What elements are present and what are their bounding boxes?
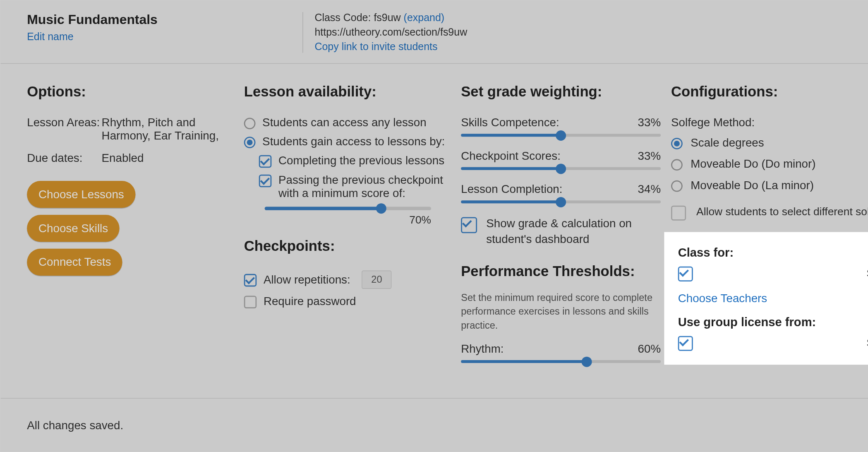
checkbox-icon <box>259 175 272 188</box>
progressive-sub: Completing the previous lessons Passing … <box>259 154 451 200</box>
class-code-value: fs9uw <box>374 12 400 24</box>
page: Music Fundamentals Edit name Class Code:… <box>0 0 868 452</box>
weight-checkpoint-pct: 33% <box>638 149 661 163</box>
reps-input[interactable] <box>362 271 391 289</box>
require-password-label: Require password <box>264 295 451 308</box>
weight-lesson-slider[interactable] <box>461 200 661 203</box>
perf-rhythm-pct: 60% <box>638 343 661 356</box>
radio-icon <box>244 118 256 129</box>
radio-any-lesson-label: Students can access any lesson <box>262 116 426 129</box>
allow-solfege-select-label: Allow students to select different solfe… <box>696 204 868 219</box>
checkbox-icon <box>671 206 686 221</box>
connect-tests-button[interactable]: Connect Tests <box>27 249 122 276</box>
options-column: Options: Lesson Areas: Rhythm, Pitch and… <box>27 83 234 376</box>
show-grade-row[interactable]: Show grade & calculation on student's da… <box>461 216 661 247</box>
copy-link[interactable]: Copy link to invite students <box>314 41 868 53</box>
class-for-row[interactable]: Schenker State University (me) <box>678 265 868 281</box>
radio-any-lesson[interactable]: Students can access any lesson <box>244 116 451 129</box>
check-completing-label: Completing the previous lessons <box>278 154 451 167</box>
min-score-value: 70% <box>244 214 431 226</box>
weight-checkpoint-label: Checkpoint Scores: <box>461 149 561 163</box>
license-from-row[interactable]: Schenker State University (me) <box>678 335 868 351</box>
allow-reps-label: Allow repetitions: <box>264 273 350 286</box>
footer: All changes saved. Duplicate <box>0 398 868 452</box>
radio-progressive-label: Students gain access to lessons by: <box>262 135 445 148</box>
radio-progressive[interactable]: Students gain access to lessons by: <box>244 135 451 148</box>
lesson-areas-row: Lesson Areas: Rhythm, Pitch and Harmony,… <box>27 116 234 142</box>
weight-checkpoint: Checkpoint Scores: 33% <box>461 149 661 170</box>
checkpoints-heading: Checkpoints: <box>244 238 451 254</box>
radio-icon <box>244 137 256 148</box>
solfege-opt-2-label: Moveable Do (La minor) <box>691 179 814 192</box>
config-heading: Configurations: <box>671 83 868 100</box>
checkbox-icon <box>259 155 272 168</box>
radio-icon <box>671 138 683 149</box>
perf-rhythm: Rhythm: 60% <box>461 343 661 363</box>
check-passing[interactable]: Passing the previous checkpoint with a m… <box>259 173 451 200</box>
header: Music Fundamentals Edit name Class Code:… <box>0 0 868 64</box>
solfege-opt-0-label: Scale degrees <box>691 136 764 149</box>
edit-name-link[interactable]: Edit name <box>27 31 302 43</box>
solfege-opt-0[interactable]: Scale degrees <box>671 136 868 149</box>
solfege-opt-1[interactable]: Moveable Do (Do minor) <box>671 157 868 171</box>
allow-solfege-select[interactable]: Allow students to select different solfe… <box>671 204 868 221</box>
header-center: Class Code: fs9uw (expand) https://utheo… <box>302 12 868 53</box>
class-url: https://utheory.com/section/fs9uw <box>314 26 868 38</box>
weight-skills-slider[interactable] <box>461 134 661 137</box>
weight-lesson: Lesson Completion: 34% <box>461 183 661 203</box>
checkbox-icon <box>678 267 693 281</box>
weight-skills: Skills Competence: 33% <box>461 116 661 137</box>
solfege-opt-1-label: Moveable Do (Do minor) <box>691 157 815 171</box>
expand-link[interactable]: (expand) <box>404 12 445 24</box>
radio-icon <box>671 180 683 192</box>
availability-heading: Lesson availability: <box>244 83 451 100</box>
class-for-value: Schenker State University (me) <box>701 267 868 280</box>
choose-skills-button[interactable]: Choose Skills <box>27 215 120 242</box>
class-title: Music Fundamentals <box>27 12 302 27</box>
solfege-method-label: Solfege Method: <box>671 116 868 129</box>
class-code: Class Code: fs9uw (expand) <box>314 12 868 24</box>
min-score-slider[interactable] <box>265 207 431 210</box>
saved-message: All changes saved. <box>27 418 123 432</box>
perf-rhythm-label: Rhythm: <box>461 343 504 356</box>
checkbox-icon <box>244 296 257 309</box>
grading-heading: Set grade weighting: <box>461 83 661 100</box>
availability-column: Lesson availability: Students can access… <box>244 83 451 376</box>
options-heading: Options: <box>27 83 234 100</box>
class-license-panel: Class for: Schenker State University (me… <box>664 232 868 365</box>
checkbox-icon <box>244 274 257 287</box>
perf-rhythm-slider[interactable] <box>461 361 661 363</box>
show-grade-label: Show grade & calculation on student's da… <box>486 216 661 247</box>
checkbox-icon <box>678 336 693 351</box>
class-code-label: Class Code: <box>314 12 371 24</box>
check-passing-label: Passing the previous checkpoint with a m… <box>278 173 451 200</box>
weight-skills-pct: 33% <box>638 116 661 129</box>
body: Options: Lesson Areas: Rhythm, Pitch and… <box>0 64 868 376</box>
header-left: Music Fundamentals Edit name <box>27 12 302 53</box>
options-buttons: Choose Lessons Choose Skills Connect Tes… <box>27 181 234 283</box>
grading-column: Set grade weighting: Skills Competence: … <box>461 83 661 376</box>
choose-lessons-button[interactable]: Choose Lessons <box>27 181 135 208</box>
due-dates-row: Due dates: Enabled <box>27 151 234 165</box>
due-dates-value: Enabled <box>102 151 234 165</box>
weight-skills-label: Skills Competence: <box>461 116 559 129</box>
due-dates-label: Due dates: <box>27 151 101 165</box>
license-from-label: Use group license from: <box>678 315 868 329</box>
checkbox-icon <box>461 217 477 233</box>
perf-desc: Set the minimum required score to comple… <box>461 291 661 332</box>
check-completing[interactable]: Completing the previous lessons <box>259 154 451 168</box>
perf-heading: Performance Thresholds: <box>461 263 661 280</box>
class-for-label: Class for: <box>678 246 868 260</box>
lesson-areas-value: Rhythm, Pitch and Harmony, Ear Training, <box>102 116 234 142</box>
solfege-opt-2[interactable]: Moveable Do (La minor) <box>671 179 868 192</box>
weight-lesson-pct: 34% <box>638 183 661 196</box>
config-column: Configurations: Solfege Method: Scale de… <box>671 83 868 376</box>
lesson-areas-label: Lesson Areas: <box>27 116 101 142</box>
allow-reps-row[interactable]: Allow repetitions: <box>244 271 451 289</box>
weight-checkpoint-slider[interactable] <box>461 167 661 170</box>
weight-lesson-label: Lesson Completion: <box>461 183 562 196</box>
choose-teachers-link[interactable]: Choose Teachers <box>678 292 767 305</box>
radio-icon <box>671 159 683 171</box>
license-from-value: Schenker State University (me) <box>701 337 868 349</box>
require-password-row[interactable]: Require password <box>244 295 451 308</box>
